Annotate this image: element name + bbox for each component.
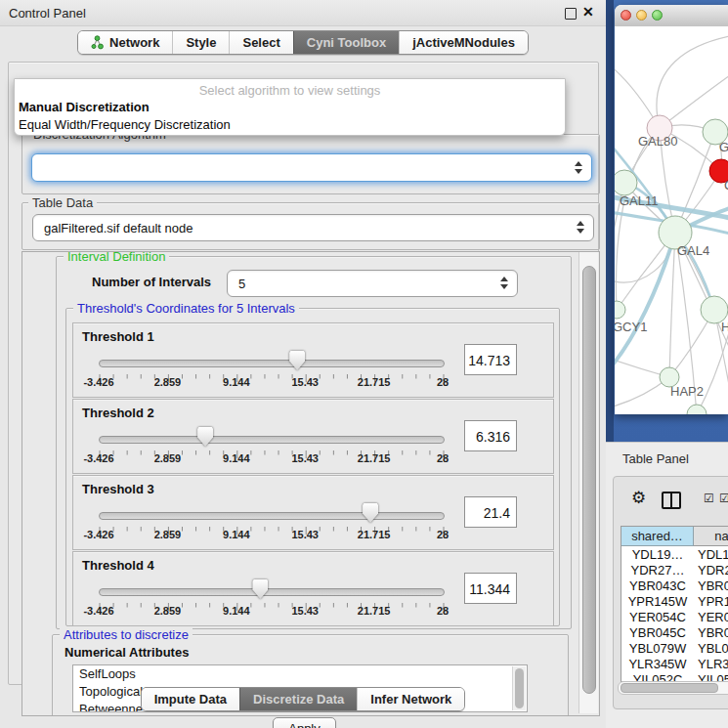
tab-cyni-toolbox[interactable]: Cyni Toolbox <box>293 31 399 54</box>
control-panel-tabbar: NetworkStyleSelectCyni ToolboxjActiveMNo… <box>0 30 606 55</box>
network-node-label: GAL11 <box>620 193 659 208</box>
table-row[interactable]: YBR043CYBR043C <box>621 578 728 594</box>
network-graph: GAL80GACGAL11GAL4GCY1HHAP2 <box>615 26 728 414</box>
column-header-name[interactable]: name <box>694 527 728 546</box>
tick-label: 9.144 <box>223 452 250 464</box>
cell-shared-name: YDR27… <box>621 563 694 578</box>
network-node-label: GAL80 <box>638 134 677 149</box>
cell-name: YPR145W <box>698 594 728 610</box>
algorithm-popup-hint: Select algorithm to view settings <box>15 83 565 98</box>
tick-label: -3.426 <box>83 452 113 464</box>
tick-label: 21.715 <box>358 452 391 464</box>
float-window-icon[interactable] <box>565 8 577 20</box>
table-panel-title: Table Panel <box>622 451 689 466</box>
tick-label: -3.426 <box>83 376 113 388</box>
network-node-gal11[interactable] <box>615 170 637 195</box>
tab-style[interactable]: Style <box>172 31 229 54</box>
threshold-row-4: Threshold 4-3.4262.8599.14415.4321.71528… <box>72 551 554 626</box>
tab-label: Discretize Data <box>253 692 344 707</box>
algorithm-combobox[interactable] <box>31 153 592 182</box>
cell-name: YLR345W <box>698 657 728 672</box>
table-row[interactable]: YDR27…YDR27… <box>621 563 728 578</box>
settings-scrollbar-thumb[interactable] <box>582 266 596 694</box>
network-node-label: GCY1 <box>615 320 647 334</box>
algorithm-option-equal-width-frequency-discretization[interactable]: Equal Width/Frequency Discretization <box>19 117 231 132</box>
tick-label: 15.43 <box>291 605 319 617</box>
tick-label: 28 <box>437 452 449 464</box>
slider-handle[interactable] <box>289 351 305 370</box>
network-node-label: GAL4 <box>677 243 709 258</box>
table-row[interactable]: YBL079WYBL079W <box>621 641 728 657</box>
close-traffic-light-icon[interactable] <box>621 10 631 21</box>
tab-infer-network[interactable]: Infer Network <box>357 688 464 710</box>
network-window-titlebar[interactable] <box>615 5 728 27</box>
thresholds-group: Threshold's Coordinates for 5 Intervals … <box>65 308 560 626</box>
split-columns-icon[interactable] <box>662 492 681 509</box>
threshold-row-3: Threshold 3-3.4262.8599.14415.4321.71528… <box>72 475 554 550</box>
checkbox-icon[interactable]: ☑ <box>704 492 714 504</box>
tab-label: Style <box>186 35 216 50</box>
table-horizontal-scrollbar[interactable] <box>618 681 728 695</box>
table-panel: Table Panel ⚙ ☑ ☑ shared…name YDL19…YDL1… <box>606 442 728 728</box>
tick-label: 2.859 <box>154 529 182 540</box>
slider-track[interactable] <box>99 360 445 367</box>
network-canvas[interactable]: GAL80GACGAL11GAL4GCY1HHAP2 <box>615 26 728 414</box>
tick-label: 28 <box>437 376 449 388</box>
tab-impute-data[interactable]: Impute Data <box>142 688 239 710</box>
checkbox-icon[interactable]: ☑ <box>719 492 728 504</box>
interval-definition-group: Interval Definition Number of Intervals … <box>56 256 572 629</box>
cell-shared-name: YER054C <box>621 610 694 625</box>
close-icon[interactable]: ✕ <box>582 4 594 20</box>
table-scrollbar-thumb[interactable] <box>621 683 718 693</box>
desktop-background: GAL80GACGAL11GAL4GCY1HHAP2 <box>606 0 728 442</box>
tab-select[interactable]: Select <box>229 31 292 54</box>
table-row[interactable]: YER054CYER054C <box>621 610 728 625</box>
gear-icon[interactable]: ⚙ <box>631 490 646 506</box>
slider-handle[interactable] <box>197 427 213 447</box>
node-attribute-table[interactable]: shared…name YDL19…YDL19…YDR27…YDR27…YBR0… <box>621 526 728 682</box>
threshold-value-field[interactable]: 21.4 <box>464 496 517 528</box>
table-data-group: galFiltered.sif default node <box>21 202 600 250</box>
tab-jactivemnodules[interactable]: jActiveMNodules <box>399 31 528 54</box>
network-node[interactable] <box>687 405 707 414</box>
attribute-list-item[interactable]: SelfLoops <box>73 665 527 683</box>
network-tab-icon <box>91 35 104 50</box>
table-data-combobox[interactable]: galFiltered.sif default node <box>32 214 594 241</box>
tab-network[interactable]: Network <box>78 31 172 54</box>
cell-shared-name: YPR145W <box>621 594 694 610</box>
slider-track[interactable] <box>99 436 445 444</box>
tick-label: 28 <box>437 529 449 540</box>
algorithm-option-manual-discretization[interactable]: Manual Discretization <box>19 100 150 114</box>
table-row[interactable]: YPR145WYPR145W <box>621 594 728 610</box>
apply-button[interactable]: Apply <box>273 717 336 728</box>
cell-shared-name: YLR345W <box>621 657 694 672</box>
number-of-intervals-combobox[interactable]: 5 <box>227 270 518 297</box>
slider-handle[interactable] <box>363 503 378 523</box>
slider-track[interactable] <box>99 588 445 596</box>
slider-handle[interactable] <box>252 579 268 599</box>
tab-label: Impute Data <box>154 692 227 707</box>
table-row[interactable]: YDL19…YDL19… <box>621 547 728 563</box>
tab-discretize-data[interactable]: Discretize Data <box>239 688 357 710</box>
tab-label: Cyni Toolbox <box>307 35 386 50</box>
threshold-value-field[interactable]: 14.713 <box>464 344 517 375</box>
cell-shared-name: YBR045C <box>621 625 694 641</box>
table-row[interactable]: YLR345WYLR345W <box>621 657 728 672</box>
table-row[interactable]: YBR045CYBR045C <box>621 625 728 641</box>
discretization-algorithm-group: Discretization Algorithm <box>21 134 600 194</box>
column-header-shared[interactable]: shared… <box>621 527 694 546</box>
cell-name: YBL079W <box>698 641 728 657</box>
network-node-label: C <box>724 178 728 193</box>
cell-shared-name: YDL19… <box>621 547 694 563</box>
slider-track[interactable] <box>99 512 445 520</box>
number-of-intervals-value: 5 <box>238 277 245 291</box>
network-window: GAL80GACGAL11GAL4GCY1HHAP2 <box>615 5 728 414</box>
network-node-gcy1[interactable] <box>615 301 625 319</box>
combo-arrows-icon <box>575 161 583 175</box>
threshold-value-field[interactable]: 11.344 <box>464 573 517 604</box>
settings-scrollbar[interactable] <box>578 252 598 713</box>
threshold-row-1: Threshold 1-3.4262.8599.14415.4321.71528… <box>72 322 554 398</box>
zoom-traffic-light-icon[interactable] <box>652 10 663 21</box>
minimize-traffic-light-icon[interactable] <box>636 10 647 21</box>
threshold-value-field[interactable]: 6.316 <box>464 420 517 451</box>
